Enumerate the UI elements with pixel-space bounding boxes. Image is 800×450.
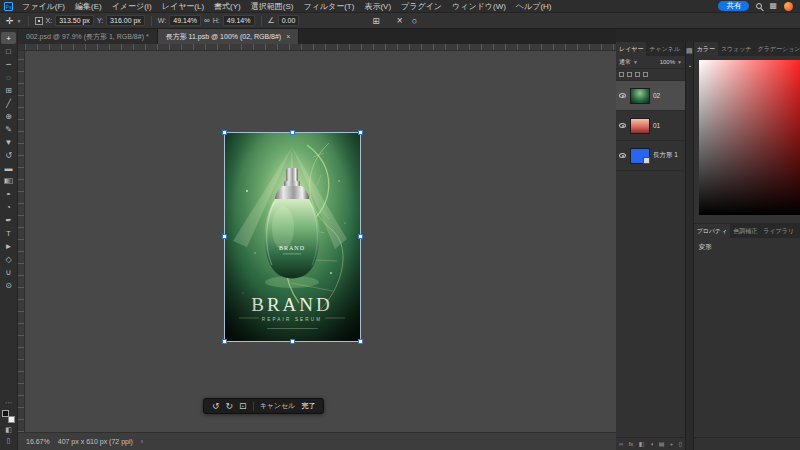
tab-color[interactable]: カラー: [694, 42, 718, 56]
adjustments-panel-icon[interactable]: ▤: [686, 47, 693, 55]
transform-handle-middle-right[interactable]: [358, 234, 363, 239]
menu-plugins[interactable]: プラグイン: [396, 1, 447, 12]
visibility-toggle[interactable]: [618, 93, 627, 98]
marquee-tool[interactable]: □: [1, 45, 16, 57]
new-layer-icon[interactable]: +: [670, 439, 674, 449]
shape-tool[interactable]: ◇: [1, 253, 16, 265]
edit-toolbar-icon[interactable]: ⋯: [5, 399, 12, 407]
width-scale-input[interactable]: 49.14%: [169, 15, 201, 26]
brush-tool[interactable]: ✎: [1, 123, 16, 135]
tab-adjustments[interactable]: 色調補正: [730, 224, 760, 238]
menu-select[interactable]: 選択範囲(S): [246, 1, 299, 12]
rotate-angle-input[interactable]: 0.00: [278, 15, 300, 26]
transform-handle-bottom-right[interactable]: [358, 339, 363, 344]
lock-transparency-icon[interactable]: [619, 72, 624, 77]
x-position-input[interactable]: 313.50 px: [55, 15, 94, 26]
close-tab-icon[interactable]: ×: [286, 33, 290, 40]
layer-thumbnail[interactable]: [630, 88, 650, 104]
tab-channels[interactable]: チャンネル: [646, 42, 683, 56]
layer-thumbnail[interactable]: [630, 148, 650, 164]
warp-mode-icon[interactable]: ⊞: [372, 16, 380, 26]
document-tab-psb[interactable]: 長方形 11.psb @ 100% (02, RGB/8#) ×: [158, 29, 300, 44]
quick-mask-icon[interactable]: ◧: [5, 426, 12, 434]
opacity-field[interactable]: 100%: [660, 59, 675, 65]
menu-layer[interactable]: レイヤー(L): [157, 1, 209, 12]
delete-layer-icon[interactable]: ▯: [679, 439, 682, 449]
workspace-switcher-icon[interactable]: ▦: [769, 2, 777, 10]
eraser-tool[interactable]: ▬: [1, 162, 16, 174]
tab-swatches[interactable]: スウォッチ: [718, 42, 755, 56]
gradient-tool[interactable]: [1, 175, 16, 187]
visibility-toggle[interactable]: [618, 123, 627, 128]
color-swatches[interactable]: [2, 410, 15, 423]
type-tool[interactable]: T: [1, 227, 16, 239]
menu-image[interactable]: イメージ(I): [107, 1, 157, 12]
undo-icon[interactable]: ↺: [212, 402, 220, 411]
path-selection-tool[interactable]: ►: [1, 240, 16, 252]
transform-handle-top-right[interactable]: [358, 130, 363, 135]
transform-handle-top-middle[interactable]: [290, 130, 295, 135]
quick-selection-tool[interactable]: ◌: [1, 71, 16, 83]
saturation-brightness-picker[interactable]: [699, 60, 800, 215]
layer-style-icon[interactable]: fx: [629, 439, 634, 449]
new-group-icon[interactable]: ▤: [659, 439, 665, 449]
commit-transform-icon[interactable]: ○: [412, 16, 417, 26]
visibility-toggle[interactable]: [618, 153, 627, 158]
document-tab-002[interactable]: 002.psd @ 97.9% (長方形 1, RGB/8#) *: [18, 29, 158, 44]
redo-icon[interactable]: ↻: [226, 402, 234, 411]
search-icon[interactable]: [756, 3, 762, 9]
healing-brush-tool[interactable]: ⊕: [1, 110, 16, 122]
tool-preset-caret-icon[interactable]: ▼: [17, 18, 22, 24]
adjustment-layer-icon[interactable]: ◑: [650, 439, 654, 449]
history-brush-tool[interactable]: ↺: [1, 149, 16, 161]
reference-point-selector[interactable]: [35, 17, 43, 25]
blur-tool[interactable]: ◓: [1, 188, 16, 200]
tab-paths[interactable]: パス: [683, 42, 685, 56]
cancel-transform-icon[interactable]: ×: [397, 15, 403, 26]
screen-mode-icon[interactable]: ▯: [7, 437, 11, 445]
menu-filter[interactable]: フィルター(T): [298, 1, 359, 12]
transform-handle-bottom-middle[interactable]: [290, 339, 295, 344]
height-scale-input[interactable]: 49.14%: [223, 15, 255, 26]
y-position-input[interactable]: 316.00 px: [106, 15, 145, 26]
menu-file[interactable]: ファイル(F): [17, 1, 70, 12]
status-options-arrow-icon[interactable]: ›: [141, 438, 143, 445]
tab-layers[interactable]: レイヤー: [616, 42, 646, 56]
menu-type[interactable]: 書式(Y): [209, 1, 246, 12]
hand-tool[interactable]: ∪: [1, 266, 16, 278]
transform-handle-middle-left[interactable]: [222, 234, 227, 239]
menu-help[interactable]: ヘルプ(H): [511, 1, 557, 12]
histogram-panel-icon[interactable]: ◔: [687, 63, 691, 70]
zoom-level-field[interactable]: 16.67%: [26, 438, 50, 445]
tab-properties[interactable]: プロパティ: [694, 224, 731, 238]
transform-handle-bottom-left[interactable]: [222, 339, 227, 344]
menu-edit[interactable]: 編集(E): [70, 1, 107, 12]
foreground-color-swatch[interactable]: [2, 410, 9, 417]
layer-row-02[interactable]: 02: [616, 81, 685, 111]
cancel-transform-button[interactable]: キャンセル: [260, 401, 296, 411]
eyedropper-tool[interactable]: ╱: [1, 97, 16, 109]
lock-pixels-icon[interactable]: [627, 72, 632, 77]
document-canvas-image[interactable]: BRAND BRAND REPAIR SERUM: [225, 133, 360, 341]
clone-stamp-tool[interactable]: ▼: [1, 136, 16, 148]
lock-all-icon[interactable]: [643, 72, 648, 77]
pen-tool[interactable]: ✒: [1, 214, 16, 226]
canvas-pasteboard[interactable]: BRAND BRAND REPAIR SERUM: [25, 51, 616, 432]
layer-row-rectangle-1[interactable]: 長方形 1: [616, 141, 685, 171]
background-color-swatch[interactable]: [8, 416, 15, 423]
move-tool[interactable]: +: [1, 32, 16, 44]
menu-view[interactable]: 表示(V): [359, 1, 396, 12]
layer-mask-icon[interactable]: ◧: [639, 439, 645, 449]
maintain-aspect-ratio-icon[interactable]: ∞: [204, 16, 210, 25]
dodge-tool[interactable]: ◔: [1, 201, 16, 213]
layer-thumbnail[interactable]: [630, 118, 650, 134]
zoom-tool[interactable]: ⊙: [1, 279, 16, 291]
crop-tool[interactable]: ⊞: [1, 84, 16, 96]
tab-libraries[interactable]: ライブラリ: [760, 224, 797, 238]
blend-mode-select[interactable]: 通常: [619, 58, 631, 67]
move-tool-preset-icon[interactable]: ✛: [6, 16, 14, 26]
lock-position-icon[interactable]: [635, 72, 640, 77]
layer-row-01[interactable]: 01: [616, 111, 685, 141]
lasso-tool[interactable]: ∽: [1, 58, 16, 70]
menu-window[interactable]: ウィンドウ(W): [447, 1, 511, 12]
